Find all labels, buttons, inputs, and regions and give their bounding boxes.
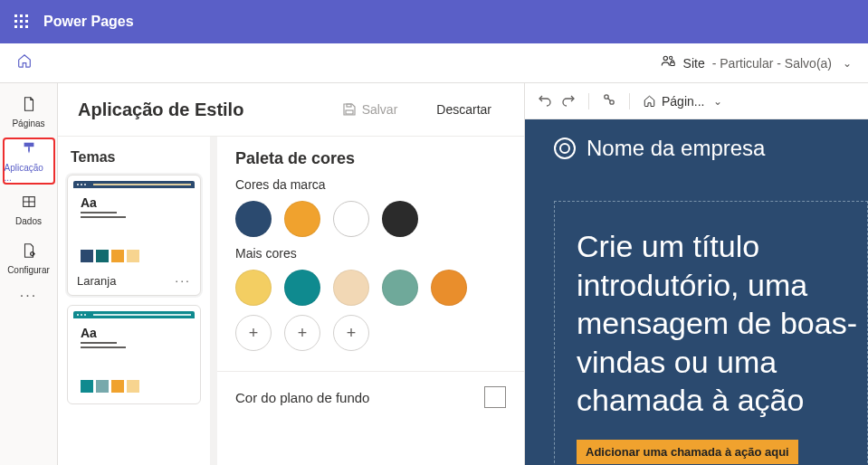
app-launcher-icon[interactable]: [7, 7, 36, 36]
brand-logo-icon: [554, 138, 576, 159]
chevron-down-icon[interactable]: ⌄: [843, 57, 852, 70]
rail-more-icon[interactable]: ···: [20, 288, 37, 304]
people-lock-icon: [660, 53, 676, 73]
theme-card-1[interactable]: Aa Laranja ···: [67, 175, 201, 296]
preview-canvas: Nome da empresa Crie um título introdutó…: [525, 119, 868, 465]
color-swatch[interactable]: [333, 270, 369, 306]
rail-item-styling[interactable]: Aplicação ...: [3, 138, 55, 185]
color-swatch[interactable]: [382, 270, 418, 306]
preview-brand-name: Nome da empresa: [587, 136, 765, 161]
svg-rect-0: [14, 14, 17, 17]
color-swatch[interactable]: [284, 201, 320, 237]
color-swatch[interactable]: [382, 201, 418, 237]
more-colors-label: Mais cores: [235, 246, 506, 261]
table-icon: [21, 194, 37, 214]
bg-color-picker[interactable]: [484, 386, 506, 408]
rail-item-data[interactable]: Dados: [3, 186, 55, 233]
save-button[interactable]: Salvar: [329, 96, 412, 123]
svg-rect-15: [347, 104, 351, 107]
add-color-button[interactable]: +: [333, 315, 369, 351]
background-color-row: Cor do plano de fundo: [235, 386, 506, 408]
page-icon: [21, 96, 37, 117]
command-bar: Site - Particular - Salvo(a) ⌄: [0, 43, 868, 83]
home-icon: [643, 94, 656, 108]
brand-swatches: [235, 201, 506, 237]
theme-card-2[interactable]: Aa: [67, 305, 201, 404]
svg-rect-14: [346, 110, 353, 114]
separator: [629, 93, 630, 109]
svg-rect-11: [670, 62, 674, 65]
discard-button[interactable]: Descartar: [424, 97, 504, 122]
panel-body: Temas Aa Laranja ···: [58, 137, 524, 465]
theme-preview: Aa: [73, 181, 195, 268]
page-selector[interactable]: Págin... ⌄: [643, 94, 722, 109]
svg-rect-8: [25, 25, 28, 28]
home-icon[interactable]: [16, 52, 33, 73]
more-swatches: [235, 270, 506, 306]
add-color-button[interactable]: +: [235, 315, 272, 351]
add-color-button[interactable]: +: [284, 315, 320, 351]
preview-hero-title: Crie um título introdutório, uma mensage…: [577, 227, 867, 420]
themes-column: Temas Aa Laranja ···: [58, 137, 217, 465]
theme-preview: Aa: [73, 311, 195, 398]
rail-label: Aplicação ...: [5, 163, 53, 183]
brand-colors-label: Cores da marca: [235, 177, 506, 192]
save-icon: [342, 102, 357, 117]
brush-icon: [21, 140, 37, 161]
page-selector-label: Págin...: [662, 94, 704, 109]
site-label: Site: [683, 56, 705, 71]
svg-rect-5: [25, 20, 28, 23]
themes-label: Temas: [67, 149, 201, 166]
color-swatch[interactable]: [235, 270, 272, 306]
site-status-text: - Particular - Salvo(a): [712, 56, 832, 71]
redo-icon[interactable]: [561, 92, 576, 109]
panel-title: Aplicação de Estilo: [78, 100, 316, 120]
rail-label: Dados: [15, 216, 42, 226]
svg-rect-4: [20, 20, 23, 23]
preview-cta-button[interactable]: Adicionar uma chamada à ação aqui: [577, 440, 798, 464]
svg-rect-3: [14, 20, 17, 23]
site-visibility-button[interactable]: Site - Particular - Salvo(a) ⌄: [660, 53, 852, 73]
separator: [588, 93, 589, 109]
svg-rect-2: [25, 14, 28, 17]
gear-file-icon: [21, 242, 37, 263]
divider: [217, 371, 524, 372]
preview-hero-section[interactable]: Crie um título introdutório, uma mensage…: [554, 201, 868, 465]
color-swatch[interactable]: [284, 270, 320, 306]
discard-label: Descartar: [436, 102, 491, 117]
rail-item-pages[interactable]: Páginas: [3, 89, 55, 136]
styling-panel: Aplicação de Estilo Salvar Descartar Tem…: [58, 83, 525, 465]
preview-toolbar: Págin... ⌄: [525, 83, 868, 119]
preview-column: Págin... ⌄ Nome da empresa Crie um títul…: [525, 83, 868, 465]
chevron-down-icon: ⌄: [713, 95, 722, 108]
color-swatch[interactable]: [235, 201, 272, 237]
color-swatch[interactable]: [333, 201, 369, 237]
rail-label: Páginas: [12, 119, 44, 128]
top-bar: Power Pages: [0, 0, 868, 43]
theme-name: Laranja: [77, 274, 116, 288]
palette-column: Paleta de cores Cores da marca Mais core…: [217, 137, 524, 465]
app-title: Power Pages: [43, 14, 134, 30]
svg-rect-7: [20, 25, 23, 28]
rail-label: Configurar: [7, 265, 50, 275]
undo-icon[interactable]: [538, 92, 552, 109]
link-icon[interactable]: [602, 92, 616, 109]
svg-point-10: [669, 56, 672, 59]
theme-more-icon[interactable]: ···: [175, 273, 191, 288]
add-swatches: + + +: [235, 315, 506, 351]
left-rail: Páginas Aplicação ... Dados Configurar ·…: [0, 83, 58, 465]
color-swatch[interactable]: [431, 270, 467, 306]
preview-brand-row: Nome da empresa: [554, 136, 868, 161]
svg-rect-6: [14, 25, 17, 28]
bg-color-label: Cor do plano de fundo: [235, 390, 369, 405]
palette-title: Paleta de cores: [235, 149, 506, 168]
save-label: Salvar: [362, 102, 398, 117]
svg-point-9: [663, 56, 667, 60]
svg-rect-1: [20, 14, 23, 17]
panel-header: Aplicação de Estilo Salvar Descartar: [58, 83, 524, 137]
main: Páginas Aplicação ... Dados Configurar ·…: [0, 83, 868, 465]
rail-item-configure[interactable]: Configurar: [3, 235, 55, 282]
